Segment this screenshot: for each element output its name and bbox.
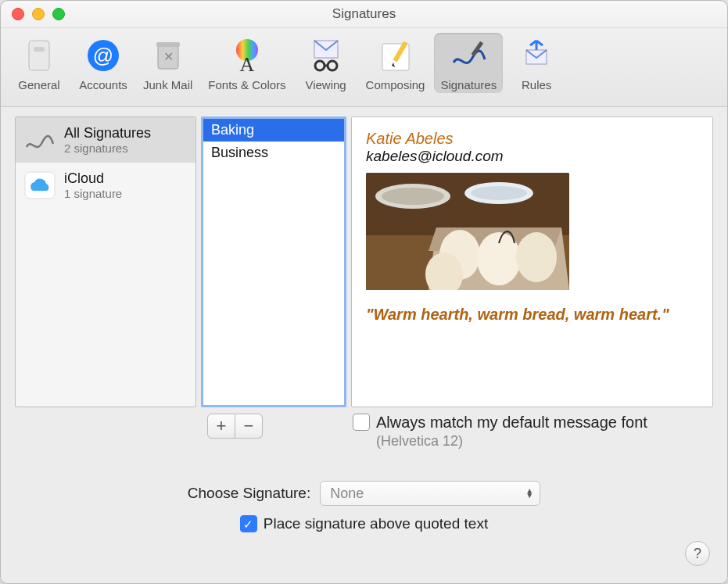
tab-general[interactable]: General [9, 33, 70, 93]
tab-fonts-colors[interactable]: A Fonts & Colors [202, 33, 292, 93]
composing-icon [375, 36, 417, 75]
help-button[interactable]: ? [685, 541, 710, 566]
svg-text:✕: ✕ [163, 50, 173, 63]
place-above-checkbox[interactable] [240, 515, 257, 532]
choose-signature-value: None [330, 485, 364, 502]
preferences-window: Signatures General @ Accounts ✕ Junk Mai… [0, 0, 728, 584]
preview-name: Katie Abeles [366, 130, 698, 148]
tab-accounts[interactable]: @ Accounts [73, 33, 134, 93]
tab-label: Viewing [305, 78, 346, 91]
signature-item-business[interactable]: Business [203, 142, 344, 164]
accounts-list[interactable]: All Signatures 2 signatures iCloud 1 sig… [15, 116, 196, 407]
signature-preview[interactable]: Katie Abeles kabeles@icloud.com [351, 116, 713, 407]
junk-mail-icon: ✕ [147, 36, 189, 75]
account-title: iCloud [64, 170, 122, 187]
icloud-icon [23, 169, 56, 202]
chevron-updown-icon: ▲▼ [525, 489, 533, 498]
bottom-controls: Choose Signature: None ▲▼ Place signatur… [15, 481, 713, 532]
tab-label: Fonts & Colors [208, 78, 285, 91]
place-above-label: Place signature above quoted text [264, 515, 488, 532]
tab-viewing[interactable]: Viewing [296, 33, 357, 93]
add-signature-button[interactable]: + [207, 414, 235, 439]
tab-label: Composing [366, 78, 425, 91]
columns: All Signatures 2 signatures iCloud 1 sig… [15, 116, 713, 407]
signature-icon [23, 124, 56, 156]
remove-signature-button[interactable]: − [235, 414, 263, 439]
plus-icon: + [217, 416, 227, 436]
choose-signature-popup[interactable]: None ▲▼ [320, 481, 540, 506]
preview-image [366, 173, 569, 290]
tab-label: General [18, 78, 59, 91]
tab-junk-mail[interactable]: ✕ Junk Mail [137, 33, 199, 93]
svg-point-28 [471, 186, 527, 200]
preview-email: kabeles@icloud.com [366, 148, 698, 165]
tab-label: Accounts [79, 78, 127, 91]
rules-icon [515, 36, 558, 75]
tab-composing[interactable]: Composing [360, 33, 432, 93]
svg-point-23 [516, 232, 557, 282]
account-subtitle: 1 signature [64, 187, 122, 200]
always-match-font-checkbox[interactable] [353, 414, 370, 431]
svg-text:@: @ [93, 44, 113, 67]
signatures-icon [447, 36, 490, 75]
account-subtitle: 2 signatures [64, 142, 151, 155]
always-match-label: Always match my default message font [376, 414, 647, 432]
viewing-icon [305, 36, 347, 75]
window-title: Signatures [1, 6, 727, 22]
preferences-toolbar: General @ Accounts ✕ Junk Mail A Fonts &… [1, 28, 727, 107]
always-match-sublabel: (Helvetica 12) [376, 433, 647, 450]
place-above-row: Place signature above quoted text [240, 515, 488, 532]
tab-label: Rules [522, 78, 551, 91]
account-title: All Signatures [64, 125, 151, 142]
below-columns-row: + − Always match my default message font… [15, 414, 713, 450]
help-icon: ? [694, 546, 701, 562]
tab-label: Signatures [440, 78, 497, 91]
fonts-colors-icon: A [226, 36, 268, 75]
signatures-list[interactable]: Baking Business [201, 116, 346, 407]
svg-point-26 [382, 188, 444, 205]
svg-rect-5 [156, 42, 180, 47]
tab-label: Junk Mail [143, 78, 192, 91]
svg-rect-1 [34, 47, 45, 52]
svg-point-10 [315, 61, 325, 70]
account-row-icloud[interactable]: iCloud 1 signature [16, 163, 195, 208]
svg-point-11 [328, 61, 337, 70]
svg-text:A: A [240, 53, 255, 75]
account-row-all-signatures[interactable]: All Signatures 2 signatures [16, 117, 195, 163]
tab-signatures[interactable]: Signatures [434, 33, 503, 93]
tab-rules[interactable]: Rules [506, 33, 567, 93]
titlebar: Signatures [1, 1, 727, 28]
signature-item-baking[interactable]: Baking [203, 119, 344, 142]
svg-rect-0 [29, 41, 49, 70]
choose-signature-label: Choose Signature: [188, 485, 310, 502]
general-icon [18, 36, 60, 75]
always-match-row: Always match my default message font (He… [353, 414, 713, 450]
signatures-pane: All Signatures 2 signatures iCloud 1 sig… [1, 107, 727, 583]
accounts-icon: @ [82, 36, 124, 75]
minus-icon: − [244, 416, 254, 436]
preview-quote: "Warm hearth, warm bread, warm heart." [366, 306, 698, 324]
choose-signature-row: Choose Signature: None ▲▼ [188, 481, 540, 506]
